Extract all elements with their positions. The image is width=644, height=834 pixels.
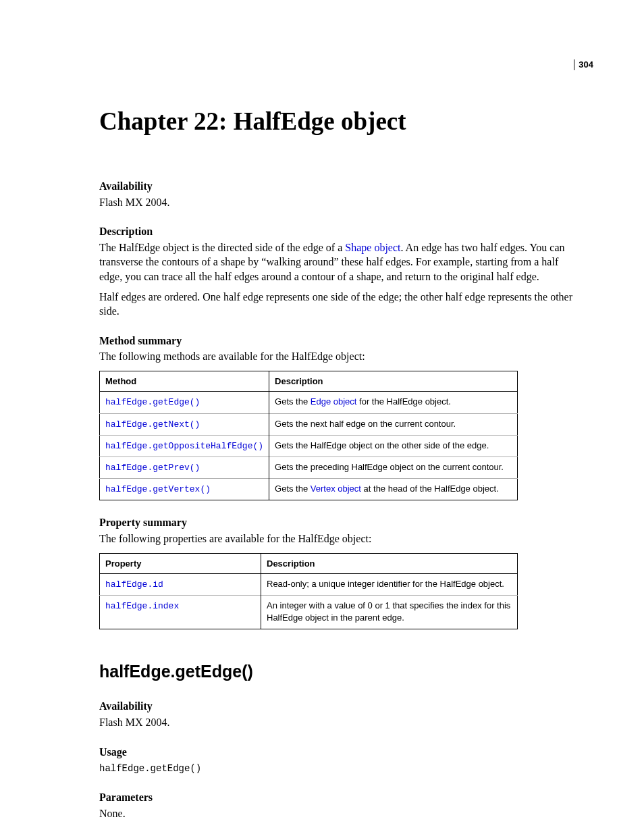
availability-label: Availability xyxy=(99,179,583,194)
property-summary-table: Property Description halfEdge.id Read-on… xyxy=(99,553,518,629)
property-link-index[interactable]: halfEdge.index xyxy=(105,601,179,611)
method-desc-post: at the head of the HalfEdge object. xyxy=(361,484,499,494)
table-row: halfEdge.getNext() Gets the next half ed… xyxy=(100,413,518,435)
description-header: Description xyxy=(269,371,518,392)
description-paragraph-2: Half edges are ordered. One half edge re… xyxy=(99,290,583,319)
table-row: halfEdge.getEdge() Gets the Edge object … xyxy=(100,392,518,413)
method-desc: Gets the HalfEdge object on the other si… xyxy=(275,440,489,450)
method-desc-pre: Gets the xyxy=(275,484,311,494)
chapter-title: Chapter 22: HalfEdge object xyxy=(99,105,583,138)
method-desc-pre: Gets the xyxy=(275,396,311,407)
description-label: Description xyxy=(99,224,583,239)
description-header: Description xyxy=(261,553,518,574)
property-link-id[interactable]: halfEdge.id xyxy=(105,579,163,590)
parameters-text: None. xyxy=(99,806,583,821)
table-row: halfEdge.getVertex() Gets the Vertex obj… xyxy=(100,479,518,500)
vertex-object-link[interactable]: Vertex object xyxy=(311,484,361,494)
method-summary-table: Method Description halfEdge.getEdge() Ge… xyxy=(99,371,518,500)
method-header: Method xyxy=(100,371,269,392)
edge-object-link[interactable]: Edge object xyxy=(311,396,357,407)
method-link-getedge[interactable]: halfEdge.getEdge() xyxy=(105,397,200,407)
method-link-getvertex[interactable]: halfEdge.getVertex() xyxy=(105,484,211,494)
usage-code: halfEdge.getEdge() xyxy=(99,763,201,774)
method-desc: Gets the next half edge on the current c… xyxy=(275,419,456,429)
section-availability-text: Flash MX 2004. xyxy=(99,715,583,730)
method-link-getprev[interactable]: halfEdge.getPrev() xyxy=(105,463,200,473)
method-desc-post: for the HalfEdge object. xyxy=(356,396,450,407)
method-link-getnext[interactable]: halfEdge.getNext() xyxy=(105,419,200,429)
table-row: halfEdge.getPrev() Gets the preceding Ha… xyxy=(100,457,518,478)
method-summary-label: Method summary xyxy=(99,334,583,348)
page-number: 304 xyxy=(574,59,593,70)
section-title: halfEdge.getEdge() xyxy=(99,660,583,683)
usage-label: Usage xyxy=(99,745,583,760)
description-paragraph-1: The HalfEdge object is the directed side… xyxy=(99,240,583,284)
availability-text: Flash MX 2004. xyxy=(99,195,583,210)
property-header: Property xyxy=(100,553,261,574)
method-summary-intro: The following methods are available for … xyxy=(99,349,583,364)
parameters-label: Parameters xyxy=(99,790,583,805)
description-p1-pre: The HalfEdge object is the directed side… xyxy=(99,242,345,253)
shape-object-link[interactable]: Shape object xyxy=(345,242,400,253)
property-desc: An integer with a value of 0 or 1 that s… xyxy=(261,596,518,629)
table-row: halfEdge.index An integer with a value o… xyxy=(100,596,518,629)
property-desc: Read-only; a unique integer identifier f… xyxy=(261,574,518,596)
method-link-getoppositehalfedge[interactable]: halfEdge.getOppositeHalfEdge() xyxy=(105,441,263,451)
table-row: halfEdge.id Read-only; a unique integer … xyxy=(100,574,518,596)
table-row: halfEdge.getOppositeHalfEdge() Gets the … xyxy=(100,435,518,457)
method-desc: Gets the preceding HalfEdge object on th… xyxy=(275,462,504,472)
property-summary-intro: The following properties are available f… xyxy=(99,531,583,546)
section-availability-label: Availability xyxy=(99,699,583,714)
property-summary-label: Property summary xyxy=(99,515,583,530)
